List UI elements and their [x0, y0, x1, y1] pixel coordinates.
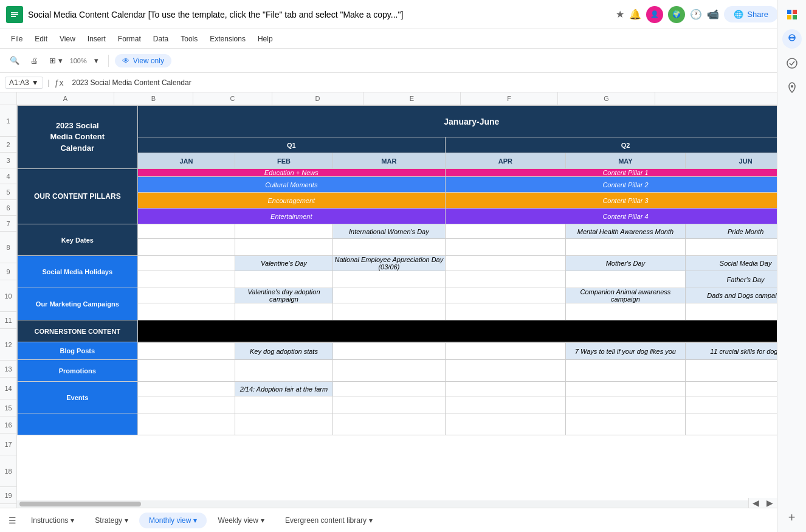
tab-weekly-view[interactable]: Weekly view ▾	[208, 513, 274, 528]
table-row: 2023 Social Media Content Calendar Janua…	[18, 106, 806, 137]
col-header-f[interactable]: F	[461, 92, 558, 105]
key-dates-apr-1	[446, 224, 566, 239]
formula-bar: A1:A3 ▼ | ƒx 2023 Social Media Content C…	[0, 73, 806, 92]
app-icon	[6, 6, 23, 23]
search-button[interactable]: 🔍	[6, 54, 23, 67]
row-num-2: 2	[0, 137, 16, 153]
tab-strategy[interactable]: Strategy ▾	[85, 513, 138, 528]
menu-edit[interactable]: Edit	[30, 32, 52, 46]
table-row	[18, 413, 806, 435]
table-row: Social Media Holidays Valentine's Day Na…	[18, 256, 806, 271]
sidebar-maps-icon[interactable]	[782, 92, 802, 97]
blog-jan-2	[137, 343, 235, 360]
row20-b	[137, 413, 235, 435]
bottom-tab-bar: ☰ Instructions ▾ Strategy ▾ Monthly view…	[0, 508, 777, 532]
view-only-button[interactable]: 👁 View only	[115, 54, 171, 67]
tab-monthly-view[interactable]: Monthly view ▾	[139, 513, 207, 528]
events-mar-2	[332, 396, 445, 413]
key-dates-jan-1	[137, 224, 235, 239]
promo-apr	[446, 360, 566, 382]
menu-file[interactable]: File	[6, 32, 27, 46]
row-num-15: 15	[0, 399, 16, 416]
apr-header: APR	[446, 153, 566, 169]
events-may	[565, 382, 686, 396]
history-icon[interactable]: 🕐	[690, 9, 702, 20]
entertainment-q1: Entertainment	[137, 209, 445, 224]
cornerstone-label: CORNERSTONE CONTENT	[18, 320, 138, 342]
menu-insert[interactable]: Insert	[83, 32, 111, 46]
key-dates-feb-2	[235, 239, 333, 256]
row-num-5: 5	[0, 184, 16, 200]
menu-data[interactable]: Data	[148, 32, 173, 46]
january-june-header: January-June	[137, 106, 805, 137]
column-headers: A B C D E F G	[0, 92, 806, 105]
menu-view[interactable]: View	[55, 32, 80, 46]
tab-evergreen[interactable]: Evergreen content library ▾	[275, 513, 382, 528]
key-dog-stats: Key dog adoption stats	[235, 343, 333, 360]
encouragement-q1: Encouragement	[137, 193, 445, 209]
q2-cell: Q2	[446, 137, 806, 153]
col-header-d[interactable]: D	[272, 92, 363, 105]
sm-holiday-apr	[446, 256, 566, 271]
key-dates-mar-2	[332, 239, 445, 256]
events-feb-2	[235, 396, 333, 413]
menu-bar: File Edit View Insert Format Data Tools …	[0, 29, 806, 49]
zoom-level: 100%	[70, 57, 87, 64]
col-header-g[interactable]: G	[558, 92, 655, 105]
col-header-e[interactable]: E	[363, 92, 461, 105]
sidebar-add-icon[interactable]: +	[782, 508, 802, 526]
scroll-arrows: ◀ ▶	[748, 498, 777, 508]
horizontal-scrollbar[interactable]	[17, 500, 777, 508]
avatar-user1: 👤	[646, 6, 663, 23]
menu-format[interactable]: Format	[113, 32, 146, 46]
key-dates-may-2	[565, 239, 686, 256]
format-button[interactable]: ⊞ ▾	[46, 54, 66, 67]
star-icon[interactable]: ★	[616, 9, 624, 20]
events-label: Events	[18, 382, 138, 413]
sm-holiday-apr-2	[446, 271, 566, 288]
blog-posts-label: Blog Posts	[18, 342, 138, 360]
table-row: OUR CONTENT PILLARS Education + News Con…	[18, 169, 806, 177]
promo-mar	[332, 360, 445, 382]
scroll-right-arrow[interactable]: ▶	[763, 498, 777, 508]
video-icon[interactable]: 📹	[707, 9, 719, 20]
campaign-mar	[332, 288, 445, 303]
print-button[interactable]: 🖨	[27, 54, 42, 67]
nat-employee-day: National Employee Appreciation Day (03/0…	[332, 256, 445, 271]
col-header-c[interactable]: C	[193, 92, 272, 105]
col-header-a[interactable]: A	[17, 92, 114, 105]
separator	[108, 55, 109, 67]
cell-reference[interactable]: A1:A3 ▼	[5, 77, 43, 89]
menu-tools[interactable]: Tools	[176, 32, 202, 46]
row-num-14: 14	[0, 378, 16, 399]
table-row: Promotions	[18, 360, 806, 382]
scroll-left-arrow[interactable]: ◀	[749, 498, 763, 508]
blog-mar-2	[332, 343, 445, 360]
events-jan-2	[137, 396, 235, 413]
row-num-4: 4	[0, 168, 16, 184]
menu-help[interactable]: Help	[253, 32, 278, 46]
social-holidays-label: Social Media Holidays	[18, 256, 138, 288]
menu-extensions[interactable]: Extensions	[205, 32, 250, 46]
tab-instructions[interactable]: Instructions ▾	[21, 513, 84, 528]
row-numbers: 1 2 3 4 5 6 7 8 9 10 11 12 13 14 15 16 1…	[0, 105, 17, 526]
marketing-campaigns-label: Our Marketing Campaigns	[18, 288, 138, 320]
sheets-menu-button[interactable]: ☰	[5, 512, 20, 529]
campaign-apr-2	[446, 303, 566, 320]
share-globe-icon: 🌐	[734, 10, 743, 19]
content-pillar2: Content Pillar 2	[446, 177, 806, 193]
notifications-icon[interactable]: 🔔	[629, 9, 641, 20]
key-dates-apr-2	[446, 239, 566, 256]
table-row: Key Dates International Women's Day Ment…	[18, 224, 806, 239]
col-header-b[interactable]: B	[114, 92, 193, 105]
feb-header: FEB	[235, 153, 333, 169]
promo-feb	[235, 360, 333, 382]
share-button[interactable]: 🌐 Share	[724, 6, 778, 22]
valentines-day: Valentine's Day	[235, 256, 333, 271]
jan-header: JAN	[137, 153, 235, 169]
scrollbar-thumb	[19, 502, 141, 506]
row-num-13: 13	[0, 361, 16, 378]
sm-holiday-mar-2	[332, 271, 445, 288]
zoom-dropdown[interactable]: ▾	[91, 54, 102, 67]
formula-icon: ƒx	[55, 78, 64, 88]
